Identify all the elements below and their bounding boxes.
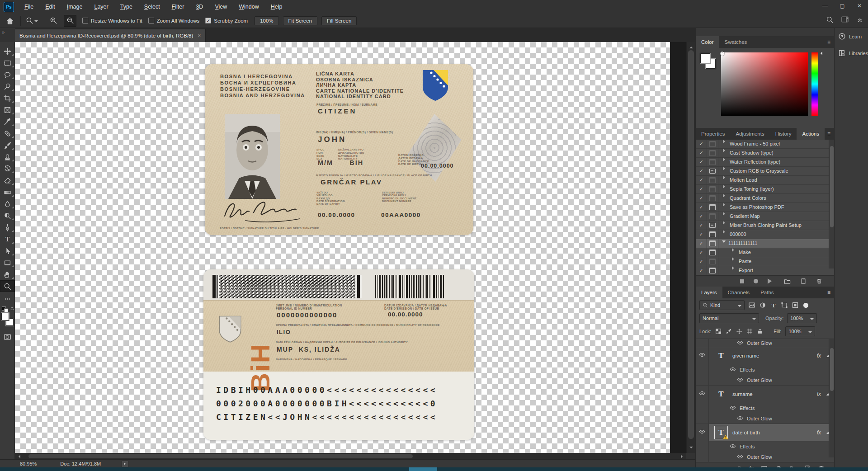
action-dialog-toggle[interactable] [707,158,718,166]
rectangle-tool[interactable] [0,257,15,268]
menu-image[interactable]: Image [61,0,89,14]
foreground-background-colors[interactable] [0,306,15,327]
lock-position-icon[interactable] [736,328,742,334]
tab-adjustments[interactable]: Adjustments [730,128,769,140]
taskbar-active-segment[interactable] [409,467,437,471]
action-dialog-toggle[interactable] [707,194,718,203]
scroll-down-icon[interactable] [689,447,693,450]
layer-effects-row[interactable]: Effects [696,364,835,375]
close-button[interactable]: ✕ [851,0,868,13]
visibility-eye-icon[interactable] [737,377,743,384]
hand-tool[interactable] [0,268,15,280]
zoom-tool[interactable] [0,280,15,292]
action-check-icon[interactable]: ✓ [696,266,707,275]
action-dialog-toggle[interactable] [707,212,718,221]
action-dialog-toggle[interactable] [707,221,718,230]
action-row[interactable]: ✓Paste [696,257,835,266]
delete-action-icon[interactable] [816,278,822,284]
chevron-right-icon[interactable] [723,185,727,188]
restore-button[interactable]: ▢ [834,0,851,13]
quick-selection-tool[interactable] [0,80,15,92]
chevron-right-icon[interactable] [732,248,736,252]
type-layer-thumbnail[interactable]: T [715,350,727,362]
new-action-set-icon[interactable] [784,278,791,285]
action-check-icon[interactable]: ✓ [696,140,707,148]
quick-mask-icon[interactable] [0,331,15,343]
action-check-icon[interactable]: ✓ [696,257,707,266]
action-row[interactable]: ✓Water Reflection (type) [696,158,835,167]
visibility-eye-icon[interactable] [699,390,705,398]
layer-effect-row[interactable]: Outer Glow [696,413,835,424]
filter-shape-layers-icon[interactable] [781,301,788,309]
action-check-icon[interactable]: ✓ [696,239,707,248]
chevron-right-icon[interactable] [732,257,736,261]
action-dialog-toggle[interactable] [707,203,718,212]
layers-scroll-thumb[interactable] [830,348,834,391]
action-dialog-toggle[interactable] [707,239,718,248]
dodge-tool[interactable] [0,210,15,221]
tab-paths[interactable]: Paths [755,287,779,298]
spot-healing-brush-tool[interactable] [0,127,15,139]
blur-tool[interactable] [0,198,15,210]
chevron-down-icon[interactable] [722,240,726,245]
begin-recording-icon[interactable] [754,279,758,283]
action-dialog-toggle[interactable] [707,248,718,257]
filter-kind-dropdown[interactable]: Kind [699,300,745,310]
filter-toggle-icon[interactable] [803,303,808,308]
lock-pixels-icon[interactable] [726,328,732,334]
eyedropper-tool[interactable] [0,116,15,127]
crop-tool[interactable] [0,92,15,104]
action-check-icon[interactable]: ✓ [696,167,707,175]
action-row[interactable]: ✓Mixer Brush Cloning Paint Setup [696,221,835,230]
layer-row-given-name[interactable]: T given name fx [696,347,835,364]
menu-select[interactable]: Select [138,0,166,14]
visibility-eye-icon[interactable] [730,405,736,412]
opacity-dropdown[interactable]: 100% [787,313,817,323]
panel-menu-icon[interactable]: ≡ [827,39,831,45]
chevron-right-icon[interactable] [732,266,736,270]
action-row[interactable]: ✓Export [696,266,835,275]
tab-swatches[interactable]: Swatches [719,36,752,48]
history-brush-tool[interactable] [0,163,15,174]
visibility-eye-icon[interactable] [737,339,743,347]
brush-tool[interactable] [0,139,15,151]
action-row[interactable]: ✓Quadrant Colors [696,194,835,203]
action-check-icon[interactable]: ✓ [696,149,707,157]
menu-3d[interactable]: 3D [190,0,209,14]
action-check-icon[interactable]: ✓ [696,176,707,184]
action-dialog-toggle[interactable] [707,149,718,157]
document-canvas[interactable]: BOSNA I HERCEGOVINAБОСНА И ХЕРЦЕГОВИНАBO… [15,42,670,453]
tab-channels[interactable]: Channels [722,287,755,298]
pen-tool[interactable] [0,221,15,233]
chevron-right-icon[interactable] [723,140,727,143]
action-row[interactable]: ✓Cast Shadow (type) [696,149,835,158]
home-icon[interactable] [4,15,16,27]
eraser-tool[interactable] [0,174,15,186]
action-dialog-toggle[interactable] [707,185,718,193]
tab-actions[interactable]: Actions [797,128,825,140]
vertical-scrollbar[interactable] [686,42,696,453]
color-picker-marker[interactable] [720,52,724,56]
tab-properties[interactable]: Properties [696,128,730,140]
edit-toolbar-icon[interactable] [0,293,15,305]
action-row[interactable]: ✓Custom RGB to Grayscale [696,167,835,176]
chevron-right-icon[interactable] [723,176,727,179]
visibility-eye-icon[interactable] [730,366,736,373]
chevron-right-icon[interactable] [723,149,727,152]
horizontal-scrollbar[interactable] [15,453,686,460]
chevron-right-icon[interactable] [723,221,727,225]
fx-badge[interactable]: fx [817,429,821,436]
action-dialog-toggle[interactable] [707,266,718,275]
path-selection-tool[interactable] [0,245,15,257]
foreground-color-swatch[interactable] [1,313,9,320]
action-row-selected[interactable]: ✓111111111111 [696,239,835,248]
zoom-100-button[interactable]: 100% [255,16,278,25]
play-action-icon[interactable] [768,278,774,284]
layer-effects-row[interactable]: Effects [696,403,835,413]
tab-close-icon[interactable]: × [198,33,201,39]
search-icon[interactable] [826,16,834,24]
chevron-right-icon[interactable] [723,212,727,216]
chevron-right-icon[interactable] [723,230,727,234]
tab-layers[interactable]: Layers [696,287,722,298]
scrubby-zoom-checkbox[interactable]: ✓ Scrubby Zoom [205,18,248,24]
